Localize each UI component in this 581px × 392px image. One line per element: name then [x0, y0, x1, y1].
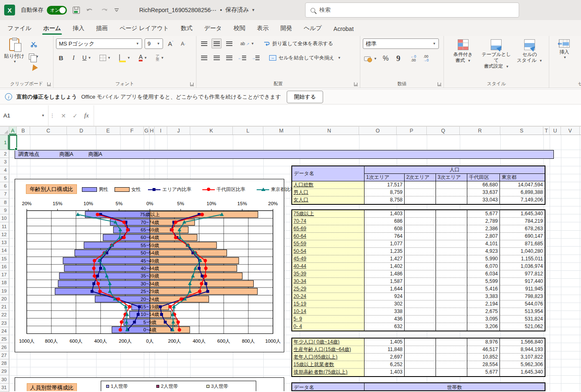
row-header-31[interactable]: 31	[0, 384, 9, 392]
row-header-3[interactable]: 3	[0, 158, 9, 166]
search-input[interactable]: 検索	[305, 3, 519, 18]
age-population-chart[interactable]: 年齢別人口構成比 男性女性 エリア内比率千代田区比率東京都比率 20%15%10…	[15, 179, 284, 352]
row-header-15[interactable]: 15	[0, 255, 9, 262]
start-button[interactable]: 開始する	[287, 91, 323, 103]
copy-button[interactable]: ▼	[28, 51, 40, 61]
insert-cells-button[interactable]: ⇐ 挿入▼	[555, 39, 573, 61]
borders-button[interactable]: ▼	[98, 53, 112, 63]
row-header-25[interactable]: 25	[0, 335, 9, 343]
fill-color-button[interactable]: ▼	[118, 53, 132, 63]
dialog-launcher-icon[interactable]	[190, 82, 194, 86]
paste-button[interactable]: 貼り付け ▼	[3, 38, 26, 74]
row-header-11[interactable]: 11	[0, 222, 9, 230]
column-header-K[interactable]: K	[190, 127, 233, 135]
merge-center-button[interactable]: ↔ セルを結合して中央揃え ▼	[269, 54, 341, 61]
row-header-16[interactable]: 16	[0, 263, 9, 271]
tab-ページ レイアウト[interactable]: ページ レイアウト	[114, 21, 175, 36]
column-header-U[interactable]: U	[550, 127, 561, 135]
undo-icon[interactable]	[86, 7, 94, 13]
column-header-B[interactable]: B	[17, 127, 30, 135]
column-header-G[interactable]: G	[144, 127, 149, 135]
column-header-I[interactable]: I	[155, 127, 167, 135]
row-header-12[interactable]: 12	[0, 231, 9, 239]
tab-Acrobat[interactable]: Acrobat	[328, 22, 359, 36]
row-header-30[interactable]: 30	[0, 375, 9, 383]
increase-decimal-button[interactable]: ←0.00	[408, 53, 418, 64]
row-header-20[interactable]: 20	[0, 295, 9, 303]
column-header-R[interactable]: R	[460, 127, 500, 135]
tab-開発[interactable]: 開発	[275, 21, 298, 36]
column-header-V[interactable]: V	[561, 127, 580, 135]
decrease-font-button[interactable]: Aˇ	[178, 39, 188, 49]
row-header-10[interactable]: 10	[0, 214, 9, 222]
column-header-O[interactable]: O	[359, 127, 397, 135]
insert-function-icon[interactable]: fx	[84, 112, 89, 119]
tab-ホーム[interactable]: ホーム	[37, 21, 67, 36]
tab-ファイル[interactable]: ファイル	[2, 21, 37, 36]
row-header-18[interactable]: 18	[0, 279, 9, 287]
row-header-8[interactable]: 8	[0, 199, 9, 206]
row-header-22[interactable]: 22	[0, 311, 9, 319]
column-header-E[interactable]: E	[96, 127, 120, 135]
font-size-select[interactable]: 9▼	[145, 38, 163, 49]
column-header-N[interactable]: N	[300, 127, 359, 135]
row-header-21[interactable]: 21	[0, 303, 9, 311]
formula-input[interactable]	[94, 105, 581, 126]
row-header-26[interactable]: 26	[0, 343, 9, 351]
align-bottom-button[interactable]	[224, 38, 234, 48]
column-header-D[interactable]: D	[67, 127, 96, 135]
column-header-J[interactable]: J	[167, 127, 190, 135]
column-header-L[interactable]: L	[233, 127, 263, 135]
conditional-formatting-button[interactable]: 条件付き書式 ▼	[447, 39, 479, 70]
customize-toolbar-icon[interactable]	[114, 8, 119, 12]
dialog-launcher-icon[interactable]	[438, 82, 441, 86]
column-header-F[interactable]: F	[120, 127, 144, 135]
cut-button[interactable]	[28, 39, 40, 49]
tab-挿入[interactable]: 挿入	[67, 21, 90, 36]
font-name-select[interactable]: MS Pゴシック▼	[56, 38, 142, 49]
enter-icon[interactable]: ✓	[73, 112, 78, 119]
column-header-A[interactable]: A	[9, 127, 17, 135]
save-icon[interactable]	[73, 7, 80, 14]
redo-icon[interactable]	[100, 7, 108, 13]
row-header-7[interactable]: 7	[0, 190, 9, 198]
cell-styles-button[interactable]: セルのスタイル ▼	[513, 39, 546, 70]
comma-style-button[interactable]: 9	[393, 53, 403, 64]
align-left-button[interactable]	[199, 53, 209, 63]
dialog-launcher-icon[interactable]	[47, 82, 51, 86]
align-top-button[interactable]	[199, 38, 209, 48]
wrap-text-button[interactable]: 折り返して全体を表示する	[264, 40, 333, 47]
name-box[interactable]: A1 ▼	[0, 105, 48, 126]
household-composition-chart[interactable]: 人員別世帯構成比 1人世帯2人世帯3人世帯4人世帯5人世帯6人以上世帯	[15, 377, 284, 391]
row-header-27[interactable]: 27	[0, 351, 9, 359]
decrease-indent-button[interactable]: ←	[237, 53, 247, 63]
orientation-button[interactable]: ab→▼	[239, 38, 255, 48]
row-header-9[interactable]: 9	[0, 206, 9, 214]
cancel-icon[interactable]: ✕	[61, 112, 66, 119]
tab-表示[interactable]: 表示	[251, 21, 275, 36]
sheet-canvas[interactable]: 調査地点 商圏A 商圏A 年齢別人口構成比 男性女性 エリア内比率千代田区比率東…	[0, 135, 581, 391]
row-header-1[interactable]: 1	[0, 135, 9, 150]
row-header-2[interactable]: 2	[0, 150, 9, 158]
row-header-14[interactable]: 14	[0, 247, 9, 255]
column-header-S[interactable]: S	[500, 127, 543, 135]
survey-point-banner[interactable]: 調査地点 商圏A 商圏A	[15, 150, 554, 159]
column-header-H[interactable]: H	[149, 127, 155, 135]
row-header-13[interactable]: 13	[0, 239, 9, 247]
align-right-button[interactable]	[224, 53, 234, 63]
bold-button[interactable]: B	[56, 53, 66, 63]
document-title[interactable]: RichReport_169052808256⋯ • 保存済み ▼	[139, 6, 255, 14]
column-header-Q[interactable]: Q	[427, 127, 460, 135]
tab-ヘルプ[interactable]: ヘルプ	[298, 21, 328, 36]
align-middle-button[interactable]	[212, 38, 222, 48]
number-format-select[interactable]: 標準▼	[363, 38, 439, 49]
tab-データ[interactable]: データ	[198, 21, 228, 36]
autosave-toggle[interactable]: オン	[47, 6, 67, 15]
percent-style-button[interactable]: %	[381, 53, 391, 64]
row-header-24[interactable]: 24	[0, 327, 9, 335]
row-header-5[interactable]: 5	[0, 174, 9, 182]
accounting-format-button[interactable]: ▼	[363, 53, 378, 64]
tab-校閲[interactable]: 校閲	[228, 21, 251, 36]
underline-button[interactable]: U▼	[81, 53, 92, 63]
select-all-corner[interactable]	[0, 127, 9, 135]
